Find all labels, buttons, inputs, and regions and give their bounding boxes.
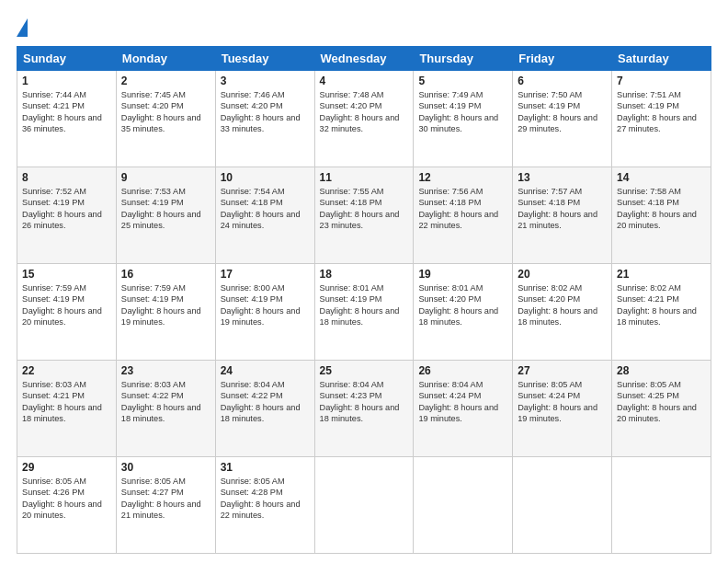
cell-details: Sunrise: 8:02 AMSunset: 4:20 PMDaylight:…	[518, 282, 607, 328]
calendar-week-row: 22 Sunrise: 8:03 AMSunset: 4:21 PMDaylig…	[17, 361, 711, 457]
cell-details: Sunrise: 7:49 AMSunset: 4:19 PMDaylight:…	[418, 89, 507, 135]
day-number: 22	[22, 364, 111, 377]
day-number: 30	[121, 461, 210, 474]
page: SundayMondayTuesdayWednesdayThursdayFrid…	[0, 0, 728, 563]
calendar-cell	[612, 457, 711, 554]
calendar-cell: 21 Sunrise: 8:02 AMSunset: 4:21 PMDaylig…	[612, 264, 711, 361]
calendar-week-row: 15 Sunrise: 7:59 AMSunset: 4:19 PMDaylig…	[17, 264, 711, 361]
cell-details: Sunrise: 8:04 AMSunset: 4:23 PMDaylight:…	[320, 379, 409, 425]
day-number: 5	[418, 75, 507, 87]
day-number: 10	[221, 171, 310, 184]
cell-details: Sunrise: 7:59 AMSunset: 4:19 PMDaylight:…	[22, 282, 111, 328]
calendar-cell: 3 Sunrise: 7:46 AMSunset: 4:20 PMDayligh…	[215, 71, 314, 167]
calendar-cell: 4 Sunrise: 7:48 AMSunset: 4:20 PMDayligh…	[314, 71, 414, 167]
cell-details: Sunrise: 7:53 AMSunset: 4:19 PMDaylight:…	[121, 186, 210, 232]
day-number: 12	[418, 171, 507, 184]
day-number: 6	[518, 75, 607, 87]
day-number: 26	[418, 364, 507, 377]
calendar-cell: 1 Sunrise: 7:44 AMSunset: 4:21 PMDayligh…	[17, 71, 117, 167]
calendar-cell: 8 Sunrise: 7:52 AMSunset: 4:19 PMDayligh…	[17, 167, 117, 264]
calendar-cell: 10 Sunrise: 7:54 AMSunset: 4:18 PMDaylig…	[215, 167, 314, 264]
cell-details: Sunrise: 7:50 AMSunset: 4:19 PMDaylight:…	[518, 89, 607, 135]
calendar-cell: 31 Sunrise: 8:05 AMSunset: 4:28 PMDaylig…	[215, 457, 314, 554]
cell-details: Sunrise: 7:56 AMSunset: 4:18 PMDaylight:…	[418, 186, 507, 232]
cell-details: Sunrise: 7:44 AMSunset: 4:21 PMDaylight:…	[22, 89, 111, 135]
day-number: 15	[22, 268, 111, 281]
calendar-cell: 11 Sunrise: 7:55 AMSunset: 4:18 PMDaylig…	[314, 167, 414, 264]
calendar-cell: 25 Sunrise: 8:04 AMSunset: 4:23 PMDaylig…	[314, 361, 414, 457]
cell-details: Sunrise: 7:59 AMSunset: 4:19 PMDaylight:…	[121, 282, 210, 328]
cell-details: Sunrise: 8:03 AMSunset: 4:22 PMDaylight:…	[121, 379, 210, 425]
calendar-week-row: 1 Sunrise: 7:44 AMSunset: 4:21 PMDayligh…	[17, 71, 711, 167]
cell-details: Sunrise: 7:46 AMSunset: 4:20 PMDaylight:…	[221, 89, 310, 135]
cell-details: Sunrise: 7:52 AMSunset: 4:19 PMDaylight:…	[22, 186, 111, 232]
cell-details: Sunrise: 8:05 AMSunset: 4:24 PMDaylight:…	[518, 379, 607, 425]
day-number: 4	[320, 75, 409, 87]
calendar-weekday-sunday: Sunday	[17, 47, 117, 71]
calendar-week-row: 8 Sunrise: 7:52 AMSunset: 4:19 PMDayligh…	[17, 167, 711, 264]
day-number: 11	[320, 171, 409, 184]
calendar-cell: 20 Sunrise: 8:02 AMSunset: 4:20 PMDaylig…	[513, 264, 612, 361]
cell-details: Sunrise: 8:01 AMSunset: 4:19 PMDaylight:…	[320, 282, 409, 328]
day-number: 18	[320, 268, 409, 281]
calendar-cell: 27 Sunrise: 8:05 AMSunset: 4:24 PMDaylig…	[513, 361, 612, 457]
calendar-cell: 19 Sunrise: 8:01 AMSunset: 4:20 PMDaylig…	[414, 264, 513, 361]
calendar-cell: 2 Sunrise: 7:45 AMSunset: 4:20 PMDayligh…	[116, 71, 215, 167]
calendar-cell: 24 Sunrise: 8:04 AMSunset: 4:22 PMDaylig…	[215, 361, 314, 457]
day-number: 9	[121, 171, 210, 184]
calendar-weekday-tuesday: Tuesday	[215, 47, 314, 71]
calendar-cell: 14 Sunrise: 7:58 AMSunset: 4:18 PMDaylig…	[612, 167, 711, 264]
day-number: 21	[617, 268, 706, 281]
day-number: 2	[121, 75, 210, 87]
cell-details: Sunrise: 8:05 AMSunset: 4:25 PMDaylight:…	[617, 379, 706, 425]
calendar-cell: 12 Sunrise: 7:56 AMSunset: 4:18 PMDaylig…	[414, 167, 513, 264]
cell-details: Sunrise: 8:01 AMSunset: 4:20 PMDaylight:…	[418, 282, 507, 328]
day-number: 14	[617, 171, 706, 184]
calendar-cell: 18 Sunrise: 8:01 AMSunset: 4:19 PMDaylig…	[314, 264, 414, 361]
day-number: 28	[617, 364, 706, 377]
day-number: 23	[121, 364, 210, 377]
calendar-header-row: SundayMondayTuesdayWednesdayThursdayFrid…	[17, 47, 711, 71]
day-number: 3	[221, 75, 310, 87]
day-number: 8	[22, 171, 111, 184]
calendar-cell: 30 Sunrise: 8:05 AMSunset: 4:27 PMDaylig…	[116, 457, 215, 554]
day-number: 19	[418, 268, 507, 281]
calendar-cell: 15 Sunrise: 7:59 AMSunset: 4:19 PMDaylig…	[17, 264, 117, 361]
cell-details: Sunrise: 8:03 AMSunset: 4:21 PMDaylight:…	[22, 379, 111, 425]
day-number: 1	[22, 75, 111, 87]
day-number: 17	[221, 268, 310, 281]
calendar-weekday-thursday: Thursday	[414, 47, 513, 71]
calendar-weekday-saturday: Saturday	[612, 47, 711, 71]
calendar-weekday-monday: Monday	[116, 47, 215, 71]
day-number: 13	[518, 171, 607, 184]
day-number: 29	[22, 461, 111, 474]
cell-details: Sunrise: 7:55 AMSunset: 4:18 PMDaylight:…	[320, 186, 409, 232]
day-number: 24	[221, 364, 310, 377]
day-number: 25	[320, 364, 409, 377]
calendar-cell: 5 Sunrise: 7:49 AMSunset: 4:19 PMDayligh…	[414, 71, 513, 167]
cell-details: Sunrise: 7:58 AMSunset: 4:18 PMDaylight:…	[617, 186, 706, 232]
cell-details: Sunrise: 8:02 AMSunset: 4:21 PMDaylight:…	[617, 282, 706, 328]
cell-details: Sunrise: 7:57 AMSunset: 4:18 PMDaylight:…	[518, 186, 607, 232]
day-number: 7	[617, 75, 706, 87]
cell-details: Sunrise: 8:05 AMSunset: 4:28 PMDaylight:…	[221, 476, 310, 522]
calendar-cell: 22 Sunrise: 8:03 AMSunset: 4:21 PMDaylig…	[17, 361, 117, 457]
calendar-cell	[513, 457, 612, 554]
day-number: 16	[121, 268, 210, 281]
logo	[17, 17, 31, 37]
calendar-weekday-friday: Friday	[513, 47, 612, 71]
calendar-cell	[314, 457, 414, 554]
cell-details: Sunrise: 8:04 AMSunset: 4:22 PMDaylight:…	[221, 379, 310, 425]
calendar-week-row: 29 Sunrise: 8:05 AMSunset: 4:26 PMDaylig…	[17, 457, 711, 554]
calendar-cell: 9 Sunrise: 7:53 AMSunset: 4:19 PMDayligh…	[116, 167, 215, 264]
cell-details: Sunrise: 7:51 AMSunset: 4:19 PMDaylight:…	[617, 89, 706, 135]
header	[17, 17, 711, 37]
calendar-cell: 7 Sunrise: 7:51 AMSunset: 4:19 PMDayligh…	[612, 71, 711, 167]
calendar-cell: 29 Sunrise: 8:05 AMSunset: 4:26 PMDaylig…	[17, 457, 117, 554]
calendar-cell: 26 Sunrise: 8:04 AMSunset: 4:24 PMDaylig…	[414, 361, 513, 457]
calendar-cell: 28 Sunrise: 8:05 AMSunset: 4:25 PMDaylig…	[612, 361, 711, 457]
day-number: 20	[518, 268, 607, 281]
calendar-cell: 6 Sunrise: 7:50 AMSunset: 4:19 PMDayligh…	[513, 71, 612, 167]
day-number: 31	[221, 461, 310, 474]
cell-details: Sunrise: 7:45 AMSunset: 4:20 PMDaylight:…	[121, 89, 210, 135]
